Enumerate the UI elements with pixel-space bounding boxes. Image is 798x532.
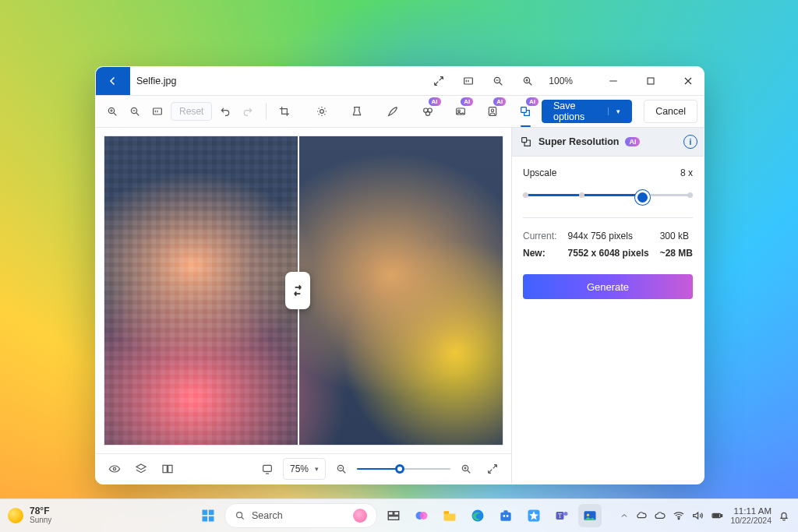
fullscreen-icon[interactable] bbox=[482, 458, 503, 480]
fit-screen-icon[interactable] bbox=[256, 458, 278, 480]
notifications-icon[interactable] bbox=[778, 509, 790, 522]
new-dims: 7552 x 6048 pixels bbox=[568, 248, 649, 259]
svg-rect-18 bbox=[168, 465, 172, 472]
tray-battery-icon[interactable] bbox=[710, 509, 724, 522]
svg-point-16 bbox=[113, 467, 115, 470]
zoom-in-icon[interactable] bbox=[516, 69, 539, 93]
zoom-value: 75% bbox=[290, 463, 309, 474]
fit-ratio-icon[interactable] bbox=[457, 69, 480, 93]
ai-badge: AI bbox=[526, 97, 538, 106]
svg-point-42 bbox=[564, 512, 568, 516]
window-close[interactable] bbox=[673, 67, 704, 95]
save-options-button[interactable]: Save options ▾ bbox=[542, 100, 632, 123]
taskbar-tray: 11:11 AM 10/22/2024 bbox=[620, 506, 790, 525]
weather-temp: 78°F bbox=[30, 506, 51, 516]
tray-onedrive-icon[interactable] bbox=[635, 509, 648, 522]
current-dims: 944x 756 pixels bbox=[568, 231, 649, 241]
adjust-light-icon[interactable] bbox=[312, 100, 332, 123]
app-icon[interactable] bbox=[522, 504, 546, 527]
tool-zoom-out-icon[interactable] bbox=[125, 100, 144, 123]
tray-chevron-icon[interactable] bbox=[620, 511, 629, 520]
task-view-icon[interactable] bbox=[382, 504, 405, 527]
cancel-button[interactable]: Cancel bbox=[644, 100, 697, 123]
info-icon[interactable]: i bbox=[683, 135, 697, 149]
svg-rect-24 bbox=[209, 510, 214, 516]
taskbar-weather[interactable]: 78°F Sunny bbox=[8, 506, 51, 525]
chevron-down-icon: ▾ bbox=[608, 107, 620, 115]
upscale-slider[interactable] bbox=[523, 186, 693, 205]
window-minimize[interactable] bbox=[598, 67, 629, 95]
weather-sun-icon bbox=[8, 508, 23, 523]
copilot-icon[interactable] bbox=[410, 504, 433, 527]
portrait-blur-icon[interactable]: AI bbox=[483, 100, 503, 123]
markup-icon[interactable] bbox=[383, 100, 402, 123]
current-size: 300 kB bbox=[660, 231, 693, 241]
chevron-down-icon: ▾ bbox=[315, 465, 319, 473]
svg-rect-33 bbox=[444, 511, 450, 513]
svg-rect-28 bbox=[388, 512, 393, 516]
current-label: Current: bbox=[523, 231, 557, 241]
titlebar-zoom-label: 100% bbox=[549, 76, 573, 86]
window-maximize[interactable] bbox=[635, 67, 666, 95]
svg-rect-3 bbox=[648, 78, 654, 84]
reset-button[interactable]: Reset bbox=[171, 102, 212, 121]
taskbar: 78°F Sunny Search T bbox=[0, 499, 798, 532]
save-options-label: Save options bbox=[553, 100, 597, 122]
search-highlight-icon bbox=[353, 509, 367, 523]
svg-point-12 bbox=[457, 110, 460, 112]
taskbar-search[interactable]: Search bbox=[224, 503, 377, 528]
taskbar-center: Search T bbox=[196, 503, 602, 528]
zoom-out-icon[interactable] bbox=[486, 69, 510, 93]
super-resolution-icon[interactable]: AI bbox=[516, 100, 535, 123]
super-resolution-header-icon bbox=[520, 136, 532, 148]
svg-point-32 bbox=[420, 512, 428, 520]
edge-icon[interactable] bbox=[466, 504, 489, 527]
generate-button[interactable]: Generate bbox=[523, 274, 693, 299]
editor-toolbar: Reset AI AI AI AI Save options ▾ Cancel bbox=[96, 96, 704, 128]
background-remove-icon[interactable]: AI bbox=[450, 100, 470, 123]
tray-wifi-icon[interactable] bbox=[673, 509, 685, 522]
ai-badge: AI bbox=[429, 97, 441, 106]
panel-title: Super Resolution bbox=[538, 136, 619, 147]
visibility-icon[interactable] bbox=[104, 458, 125, 480]
tray-volume-icon[interactable] bbox=[691, 509, 704, 522]
zoom-out-button[interactable] bbox=[330, 458, 352, 480]
teams-icon[interactable]: T bbox=[550, 504, 574, 527]
taskbar-clock[interactable]: 11:11 AM 10/22/2024 bbox=[730, 506, 772, 525]
back-button[interactable] bbox=[96, 67, 130, 95]
ai-badge: AI bbox=[493, 97, 506, 106]
title-bar: Selfie.jpg 100% bbox=[96, 67, 704, 96]
expand-icon[interactable] bbox=[427, 69, 450, 93]
photos-editor-window: Selfie.jpg 100% Reset bbox=[95, 66, 704, 484]
explorer-icon[interactable] bbox=[438, 504, 461, 527]
zoom-slider[interactable] bbox=[357, 463, 450, 475]
panel-header: Super Resolution AI i bbox=[512, 128, 704, 157]
canvas-area: 75% ▾ bbox=[96, 128, 511, 484]
svg-rect-17 bbox=[163, 465, 167, 472]
compare-split-handle[interactable] bbox=[285, 272, 310, 309]
zoom-dropdown[interactable]: 75% ▾ bbox=[283, 458, 326, 480]
tray-cloud-icon[interactable] bbox=[654, 509, 666, 522]
new-label: New: bbox=[523, 248, 557, 259]
undo-icon[interactable] bbox=[215, 100, 235, 123]
image-canvas[interactable] bbox=[104, 136, 503, 446]
zoom-in-button[interactable] bbox=[455, 458, 477, 480]
redo-icon[interactable] bbox=[238, 100, 258, 123]
layers-icon[interactable] bbox=[130, 458, 152, 480]
pixelated-overlay bbox=[104, 136, 298, 445]
svg-point-7 bbox=[320, 110, 324, 114]
erase-tool-icon[interactable]: AI bbox=[418, 100, 437, 123]
tool-zoom-in-icon[interactable] bbox=[102, 100, 122, 123]
store-icon[interactable] bbox=[494, 504, 517, 527]
tool-fit-icon[interactable] bbox=[148, 100, 168, 123]
svg-rect-47 bbox=[722, 515, 722, 517]
start-button[interactable] bbox=[196, 504, 220, 527]
filter-icon[interactable] bbox=[348, 100, 367, 123]
crop-icon[interactable] bbox=[274, 100, 294, 123]
svg-rect-23 bbox=[203, 510, 208, 516]
new-size: ~28 MB bbox=[660, 248, 693, 259]
clock-time: 11:11 AM bbox=[733, 506, 772, 516]
divider bbox=[266, 103, 267, 120]
photos-app-icon[interactable] bbox=[578, 504, 602, 527]
compare-icon[interactable] bbox=[157, 458, 178, 480]
